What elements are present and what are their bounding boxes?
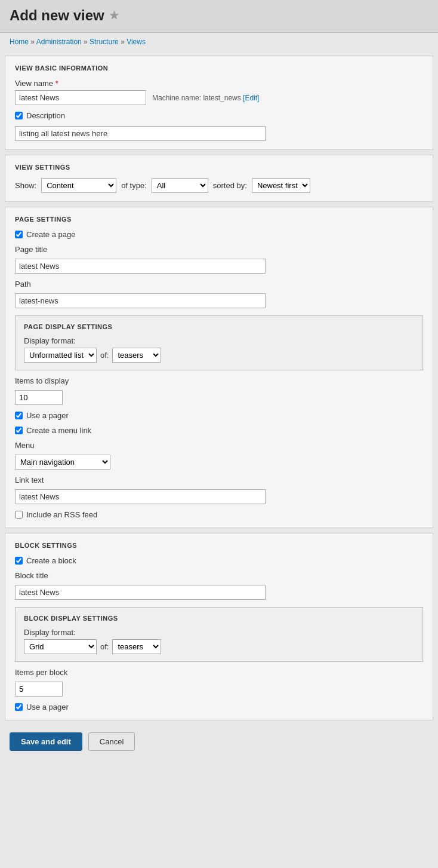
page-display-format-label: Display format: bbox=[24, 336, 414, 345]
page-title-text: Add new view bbox=[10, 7, 104, 24]
create-menu-link-label: Create a menu link bbox=[26, 426, 91, 435]
include-rss-label: Include an RSS feed bbox=[26, 510, 97, 519]
footer-buttons: Save and edit Cancel bbox=[0, 725, 438, 763]
breadcrumb-home[interactable]: Home bbox=[10, 38, 29, 46]
create-menu-link-row: Create a menu link bbox=[15, 426, 423, 435]
block-use-pager-label: Use a pager bbox=[26, 703, 69, 711]
create-block-row: Create a block bbox=[15, 556, 423, 565]
show-label: Show: bbox=[15, 181, 36, 190]
view-name-input[interactable] bbox=[15, 90, 146, 105]
items-per-block-input[interactable] bbox=[15, 682, 63, 697]
page-display-settings-title: Page display settings bbox=[24, 323, 414, 330]
of-type-label: of type: bbox=[121, 181, 147, 190]
page-display-settings-subsection: Page display settings Display format: Un… bbox=[15, 315, 423, 370]
view-name-row: Machine name: latest_news [Edit] bbox=[15, 90, 423, 105]
breadcrumb-structure[interactable]: Structure bbox=[90, 38, 119, 46]
block-settings-section: Block settings Create a block Block titl… bbox=[5, 533, 433, 720]
page-title-input[interactable] bbox=[15, 259, 266, 274]
page-of-select[interactable]: teasers fields full posts bbox=[112, 348, 161, 363]
save-edit-button[interactable]: Save and edit bbox=[10, 732, 82, 751]
page-settings-title: Page settings bbox=[15, 216, 423, 223]
create-block-checkbox[interactable] bbox=[15, 557, 23, 565]
block-use-pager-checkbox[interactable] bbox=[15, 703, 23, 711]
page-settings-section: Page settings Create a page Page title P… bbox=[5, 207, 433, 528]
create-page-label: Create a page bbox=[26, 230, 75, 239]
page-format-select[interactable]: Unformatted list Grid HTML list Table bbox=[24, 348, 97, 363]
include-rss-row: Include an RSS feed bbox=[15, 510, 423, 519]
items-per-block-label: Items per block bbox=[15, 668, 423, 677]
sorted-by-label: sorted by: bbox=[213, 181, 247, 190]
breadcrumb-administration[interactable]: Administration bbox=[36, 38, 82, 46]
create-block-label: Create a block bbox=[26, 556, 76, 565]
breadcrumb: Home » Administration » Structure » View… bbox=[0, 33, 438, 51]
description-row: Description bbox=[15, 111, 423, 120]
block-display-settings-title: Block display settings bbox=[24, 615, 414, 622]
cancel-button[interactable]: Cancel bbox=[88, 732, 135, 751]
of-type-select[interactable]: All Article Basic page bbox=[152, 178, 208, 193]
items-to-display-input[interactable] bbox=[15, 390, 63, 405]
machine-name-text: Machine name: latest_news [Edit] bbox=[152, 94, 259, 102]
block-display-format-row: Grid Unformatted list HTML list Table of… bbox=[24, 639, 414, 654]
items-to-display-label: Items to display bbox=[15, 376, 423, 385]
block-of-label: of: bbox=[100, 642, 109, 651]
description-checkbox[interactable] bbox=[15, 112, 23, 119]
breadcrumb-views[interactable]: Views bbox=[127, 38, 146, 46]
view-name-label: View name * bbox=[15, 79, 423, 88]
include-rss-checkbox[interactable] bbox=[15, 511, 23, 519]
block-settings-title: Block settings bbox=[15, 542, 423, 549]
machine-name-edit-link[interactable]: [Edit] bbox=[243, 94, 259, 102]
show-row: Show: Content Files Taxonomy terms Users… bbox=[15, 178, 423, 193]
page-of-label: of: bbox=[100, 351, 109, 360]
create-menu-link-checkbox[interactable] bbox=[15, 427, 23, 434]
view-settings-section: View settings Show: Content Files Taxono… bbox=[5, 155, 433, 202]
create-page-row: Create a page bbox=[15, 230, 423, 239]
use-pager-label: Use a pager bbox=[26, 411, 69, 420]
view-basic-info-title: View basic information bbox=[15, 65, 423, 72]
favorite-icon[interactable]: ★ bbox=[109, 9, 119, 22]
link-text-label: Link text bbox=[15, 476, 423, 484]
path-input[interactable] bbox=[15, 293, 266, 308]
path-label: Path bbox=[15, 280, 423, 289]
block-title-input[interactable] bbox=[15, 585, 266, 600]
page-header: Add new view ★ bbox=[0, 0, 438, 33]
block-display-settings-subsection: Block display settings Display format: G… bbox=[15, 607, 423, 662]
use-pager-checkbox[interactable] bbox=[15, 412, 23, 419]
required-indicator: * bbox=[55, 79, 58, 88]
description-label: Description bbox=[26, 111, 65, 120]
sorted-by-select[interactable]: Newest first Oldest first Title Author bbox=[252, 178, 310, 193]
block-format-select[interactable]: Grid Unformatted list HTML list Table bbox=[24, 639, 97, 654]
block-title-label: Block title bbox=[15, 571, 423, 580]
page-title: Add new view ★ bbox=[10, 7, 428, 24]
show-select[interactable]: Content Files Taxonomy terms Users bbox=[41, 178, 116, 193]
block-display-format-label: Display format: bbox=[24, 628, 414, 637]
page-title-label: Page title bbox=[15, 245, 423, 254]
block-use-pager-row: Use a pager bbox=[15, 703, 423, 711]
block-of-select[interactable]: teasers fields full posts bbox=[112, 639, 161, 654]
menu-select[interactable]: Main navigation Management Navigation Us… bbox=[15, 455, 110, 470]
description-input-wrap bbox=[15, 122, 423, 141]
use-pager-row: Use a pager bbox=[15, 411, 423, 420]
create-page-checkbox[interactable] bbox=[15, 231, 23, 238]
description-input[interactable] bbox=[15, 126, 266, 141]
link-text-input[interactable] bbox=[15, 489, 266, 504]
page-display-format-row: Unformatted list Grid HTML list Table of… bbox=[24, 348, 414, 363]
view-basic-info-section: View basic information View name * Machi… bbox=[5, 56, 433, 150]
menu-label: Menu bbox=[15, 441, 423, 450]
view-settings-title: View settings bbox=[15, 164, 423, 171]
